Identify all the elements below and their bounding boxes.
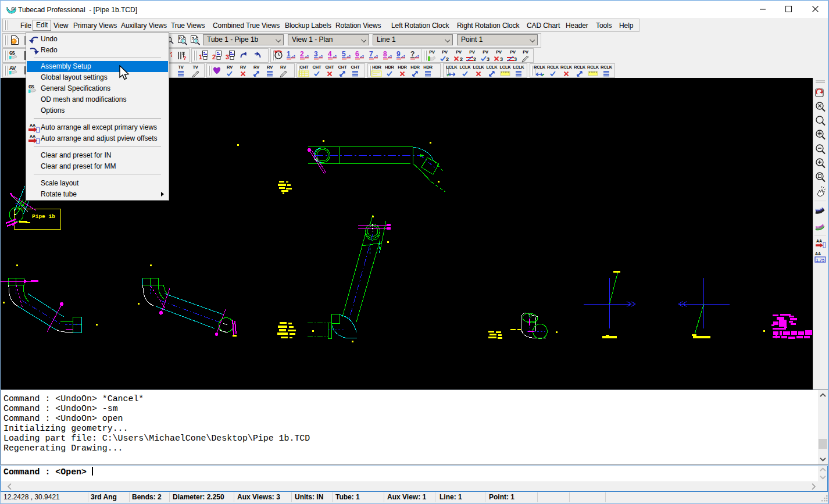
svg-text:4: 4 — [328, 50, 332, 58]
svg-text:1: 1 — [199, 53, 202, 60]
svg-text:2: 2 — [300, 50, 304, 58]
svg-text:3: 3 — [514, 56, 517, 62]
svg-text:AV: AV — [9, 65, 16, 71]
svg-text:?: ? — [183, 55, 187, 61]
svg-text:2: 2 — [212, 53, 216, 60]
svg-text:8: 8 — [383, 50, 387, 58]
svg-text:2: 2 — [446, 56, 449, 62]
svg-text:3: 3 — [314, 50, 318, 58]
svg-text:GS: GS — [28, 84, 34, 90]
svg-text:AA: AA — [816, 239, 822, 243]
svg-text:2: 2 — [473, 56, 476, 62]
svg-text:AA: AA — [815, 252, 821, 256]
svg-text:1: 1 — [287, 50, 291, 58]
svg-text:?: ? — [410, 50, 415, 58]
svg-text:3: 3 — [226, 53, 229, 60]
svg-text:2: 2 — [460, 56, 463, 62]
svg-text:3: 3 — [500, 56, 503, 62]
svg-text:5: 5 — [342, 50, 346, 58]
svg-text:AA: AA — [30, 134, 35, 138]
svg-text:3: 3 — [487, 56, 489, 62]
svg-text:1.75: 1.75 — [816, 258, 825, 263]
svg-text:Pipe 1b: Pipe 1b — [32, 213, 55, 220]
svg-text:9: 9 — [396, 50, 401, 58]
svg-text:GS: GS — [9, 51, 15, 56]
svg-text:AA: AA — [30, 123, 35, 127]
svg-text:6: 6 — [355, 50, 359, 58]
svg-text:7: 7 — [369, 50, 373, 58]
